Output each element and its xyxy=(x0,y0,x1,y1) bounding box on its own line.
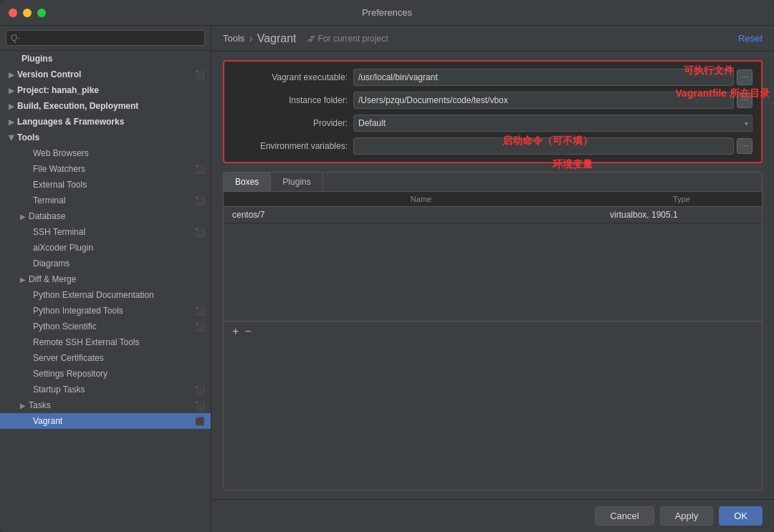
tabs-header: Boxes Plugins xyxy=(224,173,762,192)
sidebar-item-label: Project: hanah_pike xyxy=(17,85,99,95)
sidebar-item-label: aiXcoder Plugin xyxy=(33,243,93,253)
table-row[interactable]: centos/7virtualbox, 1905.1 xyxy=(224,207,762,223)
instance-browse-button[interactable]: ⋯ xyxy=(737,92,752,108)
instance-input[interactable] xyxy=(353,92,734,109)
executable-input[interactable] xyxy=(353,69,734,86)
remove-box-button[interactable]: − xyxy=(244,326,251,337)
sidebar-item-version-control[interactable]: ▶Version Control⬛ xyxy=(0,67,211,82)
sidebar-item-label: Tools xyxy=(17,132,39,142)
sidebar-item-python-integrated[interactable]: Python Integrated Tools⬛ xyxy=(0,303,211,319)
sidebar-item-label: Remote SSH External Tools xyxy=(33,337,140,347)
env-input[interactable] xyxy=(353,137,734,155)
sidebar-item-external-tools[interactable]: External Tools xyxy=(0,177,211,193)
sidebar-item-settings-repo[interactable]: Settings Repository xyxy=(0,366,211,382)
sidebar-item-vagrant[interactable]: Vagrant⬛ xyxy=(0,413,211,429)
tab-content: Name Type centos/7virtualbox, 1905.1 xyxy=(224,192,762,321)
breadcrumb-parent: Tools xyxy=(223,33,244,44)
sidebar-item-languages[interactable]: ▶Languages & Frameworks xyxy=(0,114,211,130)
table-header: Name Type xyxy=(224,192,762,207)
main-content: Plugins▶Version Control⬛▶Project: hanah_… xyxy=(0,26,774,532)
sidebar-item-label: Database xyxy=(29,211,65,221)
sidebar-item-python-ext-doc[interactable]: Python External Documentation xyxy=(0,287,211,303)
col-type-header: Type xyxy=(610,195,753,203)
maximize-button[interactable] xyxy=(37,9,46,17)
arrow-icon: ▶ xyxy=(9,102,14,110)
arrow-icon: ▶ xyxy=(20,213,26,221)
env-browse-button[interactable]: ⋯ xyxy=(737,138,752,154)
ok-button[interactable]: OK xyxy=(719,506,763,526)
sidebar-item-label: Python External Documentation xyxy=(33,290,154,300)
sidebar-item-label: Server Certificates xyxy=(33,353,104,363)
provider-select-wrapper: Default ▾ xyxy=(353,115,752,132)
sidebar-item-build-execution[interactable]: ▶Build, Execution, Deployment xyxy=(0,98,211,114)
executable-label: Vagrant executable: xyxy=(233,72,348,82)
form-container: Vagrant executable: ⋯ Instance folder: xyxy=(223,60,763,163)
provider-select[interactable]: Default xyxy=(353,115,752,132)
sidebar-item-label: Diagrams xyxy=(33,258,70,269)
sidebar-item-label: Web Browsers xyxy=(33,148,89,158)
sidebar-item-label: External Tools xyxy=(33,180,87,190)
box-name-cell: centos/7 xyxy=(232,210,610,220)
sync-badge-icon: ⬛ xyxy=(195,417,205,426)
provider-row: Provider: Default ▾ xyxy=(233,115,752,132)
search-input[interactable] xyxy=(6,30,205,46)
executable-row: Vagrant executable: ⋯ xyxy=(233,69,752,86)
sidebar-item-label: Terminal xyxy=(33,195,65,205)
sidebar-item-ssh-terminal[interactable]: SSH Terminal⬛ xyxy=(0,224,211,240)
apply-button[interactable]: Apply xyxy=(660,506,714,526)
table-toolbar: + − xyxy=(224,321,762,342)
panel-header: Tools › Vagrant 🖇For current project Res… xyxy=(211,26,774,52)
sidebar-item-server-certs[interactable]: Server Certificates xyxy=(0,350,211,366)
sync-badge-icon: ⬛ xyxy=(195,196,205,205)
tabs-section: Boxes Plugins Name Type centos/7virtualb… xyxy=(223,172,763,490)
arrow-icon: ▶ xyxy=(8,135,16,140)
add-box-button[interactable]: + xyxy=(232,326,239,337)
sidebar-item-startup-tasks[interactable]: Startup Tasks⬛ xyxy=(0,382,211,397)
minimize-button[interactable] xyxy=(23,9,32,17)
sidebar-item-label: Version Control xyxy=(17,69,81,79)
executable-browse-button[interactable]: ⋯ xyxy=(737,69,752,85)
sidebar: Plugins▶Version Control⬛▶Project: hanah_… xyxy=(0,26,211,532)
sidebar-item-project-hanah[interactable]: ▶Project: hanah_pike xyxy=(0,82,211,98)
tab-plugins[interactable]: Plugins xyxy=(271,173,322,191)
sidebar-item-label: Diff & Merge xyxy=(29,274,76,284)
window-controls xyxy=(9,9,46,17)
reset-button[interactable]: Reset xyxy=(738,33,763,44)
sidebar-item-diagrams[interactable]: Diagrams xyxy=(0,256,211,271)
sidebar-item-label: Startup Tasks xyxy=(33,385,85,395)
sidebar-item-terminal[interactable]: Terminal⬛ xyxy=(0,193,211,208)
env-label: Environment variables: xyxy=(233,141,348,151)
cancel-button[interactable]: Cancel xyxy=(595,506,654,526)
sidebar-item-file-watchers[interactable]: File Watchers⬛ xyxy=(0,161,211,177)
sidebar-item-remote-ssh[interactable]: Remote SSH External Tools xyxy=(0,334,211,350)
sidebar-list: Plugins▶Version Control⬛▶Project: hanah_… xyxy=(0,51,211,532)
breadcrumb-current: Vagrant xyxy=(257,32,297,45)
sidebar-item-python-scientific[interactable]: Python Scientific⬛ xyxy=(0,319,211,334)
sidebar-item-tools[interactable]: ▶Tools xyxy=(0,130,211,145)
sidebar-item-web-browsers[interactable]: Web Browsers xyxy=(0,145,211,161)
sidebar-item-tasks[interactable]: ▶Tasks⬛ xyxy=(0,397,211,413)
preferences-window: Preferences Plugins▶Version Control⬛▶Pro… xyxy=(0,0,774,532)
panel-body: Vagrant executable: ⋯ Instance folder: xyxy=(211,52,774,499)
close-button[interactable] xyxy=(9,9,17,17)
arrow-icon: ▶ xyxy=(20,276,26,284)
sidebar-item-label: Plugins xyxy=(22,54,52,64)
sidebar-item-plugins[interactable]: Plugins xyxy=(0,51,211,67)
window-title: Preferences xyxy=(362,7,412,18)
env-row: Environment variables: ⋯ xyxy=(233,137,752,155)
arrow-icon: ▶ xyxy=(9,118,14,126)
sync-badge-icon: ⬛ xyxy=(195,228,205,237)
breadcrumb-separator: › xyxy=(249,32,252,45)
sidebar-item-diff-merge[interactable]: ▶Diff & Merge xyxy=(0,271,211,287)
main-panel: Tools › Vagrant 🖇For current project Res… xyxy=(211,26,774,532)
sidebar-item-aixcoder[interactable]: aiXcoder Plugin xyxy=(0,240,211,256)
sync-badge-icon: ⬛ xyxy=(195,385,205,395)
arrow-icon: ▶ xyxy=(9,87,14,95)
search-bar xyxy=(0,26,211,51)
arrow-icon: ▶ xyxy=(20,402,26,410)
sidebar-item-label: Vagrant xyxy=(33,416,62,426)
sidebar-item-label: File Watchers xyxy=(33,164,85,174)
col-name-header: Name xyxy=(232,195,610,203)
tab-boxes[interactable]: Boxes xyxy=(224,173,271,191)
sidebar-item-database[interactable]: ▶Database xyxy=(0,208,211,224)
